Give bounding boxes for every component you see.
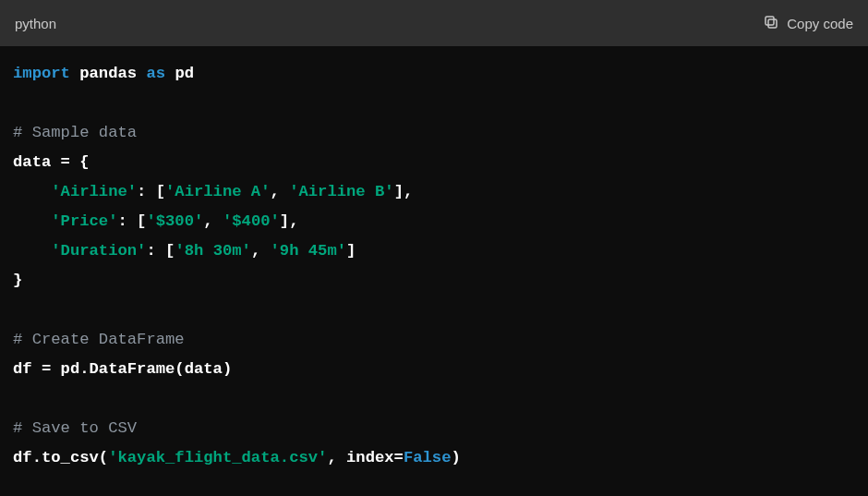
code-text: : [ bbox=[146, 242, 175, 260]
code-text: : [ bbox=[137, 183, 165, 200]
copy-code-label: Copy code bbox=[787, 16, 853, 31]
code-content: import pandas as pd # Sample data data =… bbox=[0, 46, 868, 496]
clipboard-icon bbox=[763, 14, 779, 33]
code-comment: # Save to CSV bbox=[13, 419, 137, 437]
code-header: python Copy code bbox=[0, 0, 868, 46]
keyword-import: import bbox=[13, 65, 70, 82]
code-text: df = pd.DataFrame(data) bbox=[13, 360, 232, 378]
alias-name: pd bbox=[175, 65, 194, 82]
svg-rect-1 bbox=[766, 17, 774, 25]
module-name: pandas bbox=[79, 65, 137, 82]
language-label: python bbox=[15, 16, 56, 31]
string-literal: 'Airline B' bbox=[289, 183, 393, 200]
code-comment: # Create DataFrame bbox=[13, 331, 185, 348]
code-text: ], bbox=[280, 212, 299, 230]
string-literal: 'Airline' bbox=[51, 183, 137, 200]
string-literal: '$300' bbox=[146, 212, 203, 230]
copy-code-button[interactable]: Copy code bbox=[763, 14, 853, 33]
code-text: , bbox=[251, 242, 271, 260]
code-text: , index= bbox=[327, 449, 404, 466]
string-literal: 'Airline A' bbox=[165, 183, 270, 200]
svg-rect-0 bbox=[768, 19, 777, 28]
code-block: python Copy code import pandas as pd # S… bbox=[0, 0, 868, 496]
code-text: data = { bbox=[13, 153, 90, 171]
code-text: , bbox=[203, 212, 223, 230]
code-text: ], bbox=[394, 183, 414, 200]
string-literal: 'kayak_flight_data.csv' bbox=[108, 449, 327, 466]
keyword-as: as bbox=[146, 65, 165, 82]
boolean-literal: False bbox=[404, 449, 452, 466]
string-literal: 'Price' bbox=[51, 212, 117, 230]
string-literal: '$400' bbox=[223, 212, 280, 230]
code-text: ] bbox=[346, 242, 356, 260]
code-text: : [ bbox=[117, 212, 146, 230]
code-text: df.to_csv( bbox=[13, 449, 108, 466]
code-text: ) bbox=[451, 449, 460, 466]
string-literal: '8h 30m' bbox=[175, 242, 251, 260]
string-literal: 'Duration' bbox=[51, 242, 146, 260]
code-text: , bbox=[271, 183, 290, 200]
code-comment: # Sample data bbox=[13, 124, 137, 141]
string-literal: '9h 45m' bbox=[271, 242, 347, 260]
code-text: } bbox=[13, 272, 22, 289]
